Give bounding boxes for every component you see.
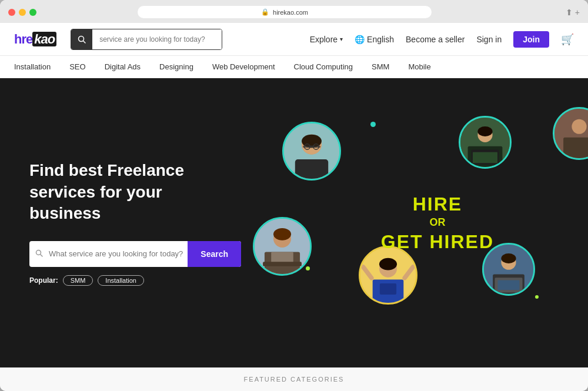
svg-rect-6	[295, 159, 328, 179]
browser-chrome: 🔒 hirekao.com ⬆ +	[0, 0, 588, 23]
minimize-button[interactable]	[19, 9, 26, 16]
dot-5	[370, 122, 376, 127]
svg-rect-24	[263, 262, 302, 266]
popular-label: Popular:	[29, 276, 58, 285]
person-bubble-4	[359, 246, 417, 305]
popular-tags: Popular: SMM Installation	[29, 275, 241, 286]
svg-point-15	[477, 126, 492, 136]
close-button[interactable]	[8, 9, 15, 16]
become-seller-link[interactable]: Become a seller	[406, 35, 465, 44]
header-nav: Explore ▾ 🌐 English Become a seller Sign…	[310, 31, 574, 48]
hire-text: HIRE OR GET HIRED	[381, 193, 494, 253]
tag-installation[interactable]: Installation	[98, 275, 144, 286]
person-bubble-2	[459, 116, 512, 169]
svg-rect-37	[498, 280, 520, 290]
nav-installation[interactable]: Installation	[14, 62, 51, 71]
url-display: hirekao.com	[273, 9, 308, 16]
header-search-icon-button[interactable]	[71, 29, 92, 50]
explore-chevron-icon: ▾	[340, 36, 343, 42]
cart-icon[interactable]: 🛒	[561, 33, 574, 46]
svg-line-1	[83, 41, 86, 43]
hero-content: Find best Freelance services for your bu…	[29, 160, 241, 285]
browser-top-bar: 🔒 hirekao.com ⬆ +	[8, 6, 580, 18]
site-logo[interactable]: hrekao	[14, 32, 56, 47]
svg-rect-40	[563, 138, 588, 158]
site-content: hrekao Explore ▾ 🌐	[0, 23, 588, 391]
dot-2	[306, 266, 310, 270]
join-button[interactable]: Join	[513, 31, 549, 48]
traffic-lights	[8, 9, 36, 16]
nav-designing[interactable]: Designing	[159, 62, 193, 71]
svg-rect-18	[473, 152, 497, 163]
svg-point-39	[572, 119, 586, 134]
featured-categories-title: FEATURED CATEGORIES	[8, 376, 580, 383]
lock-icon: 🔒	[261, 8, 269, 16]
site-header: hrekao Explore ▾ 🌐	[0, 23, 588, 56]
svg-point-21	[273, 228, 291, 240]
nav-seo[interactable]: SEO	[69, 62, 85, 71]
maximize-button[interactable]	[29, 9, 36, 16]
globe-icon: 🌐	[355, 35, 365, 44]
explore-dropdown[interactable]: Explore ▾	[310, 35, 343, 44]
language-selector[interactable]: 🌐 English	[355, 35, 394, 44]
sign-in-link[interactable]: Sign in	[476, 35, 502, 44]
svg-point-34	[501, 254, 516, 264]
hire-line1: HIRE	[381, 193, 494, 215]
nav-web-development[interactable]: Web Development	[212, 62, 275, 71]
tag-smm[interactable]: SMM	[63, 275, 93, 286]
browser-window: 🔒 hirekao.com ⬆ + hrekao	[0, 0, 588, 391]
nav-cloud-computing[interactable]: Cloud Computing	[294, 62, 353, 71]
hero-search-bar: Search	[29, 241, 241, 267]
header-search-input[interactable]	[92, 29, 222, 50]
header-search-bar	[71, 29, 222, 50]
dot-4	[535, 295, 539, 299]
nav-smm[interactable]: SMM	[372, 62, 389, 71]
person-bubble-6	[553, 107, 588, 160]
person-bubble-3	[253, 217, 312, 276]
search-icon	[78, 35, 86, 44]
svg-line-3	[41, 254, 43, 256]
language-label: English	[367, 35, 394, 44]
hero-section: Find best Freelance services for your bu…	[0, 78, 588, 367]
hero-title: Find best Freelance services for your bu…	[29, 160, 218, 224]
explore-label: Explore	[310, 35, 338, 44]
site-nav: Installation SEO Digital Ads Designing W…	[0, 56, 588, 78]
featured-section: FEATURED CATEGORIES	[0, 367, 588, 391]
hire-line2: OR	[381, 215, 494, 230]
nav-mobile[interactable]: Mobile	[408, 62, 430, 71]
add-tab-icon[interactable]: +	[575, 8, 580, 17]
hero-search-icon	[29, 249, 49, 259]
svg-point-27	[379, 258, 397, 270]
share-icon[interactable]: ⬆	[566, 8, 573, 17]
hero-search-input[interactable]	[49, 249, 188, 258]
nav-digital-ads[interactable]: Digital Ads	[105, 62, 141, 71]
hire-line3: GET HIRED	[381, 230, 494, 253]
svg-rect-23	[271, 252, 293, 263]
person-bubble-1	[282, 122, 341, 181]
hero-search-button[interactable]: Search	[188, 241, 241, 267]
svg-rect-31	[380, 283, 396, 295]
